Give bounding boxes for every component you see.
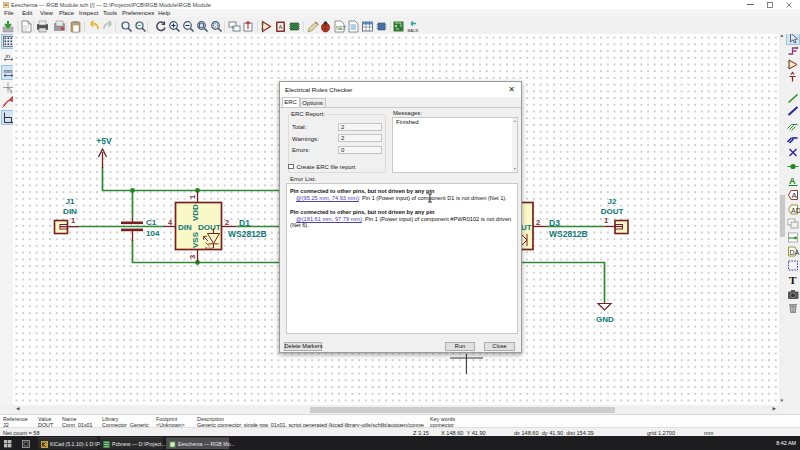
svg-text:J1: J1: [66, 197, 75, 206]
svg-text:DOUT: DOUT: [601, 207, 624, 216]
svg-text:+5V: +5V: [96, 136, 112, 146]
svg-text:VDD: VDD: [191, 204, 200, 221]
svg-text:DOUT: DOUT: [198, 223, 221, 232]
svg-text:WS2812B: WS2812B: [228, 229, 267, 239]
svg-text:A: A: [789, 176, 796, 186]
svg-text:1: 1: [604, 216, 608, 225]
svg-text:GND: GND: [596, 315, 614, 324]
svg-text:VSS: VSS: [191, 231, 200, 248]
svg-text:C1: C1: [146, 218, 157, 227]
svg-text:AD: AD: [791, 207, 800, 214]
svg-text:RGB: RGB: [205, 247, 213, 251]
svg-text:T: T: [789, 274, 797, 286]
svg-text:DIN: DIN: [178, 223, 192, 232]
svg-text:104: 104: [146, 229, 160, 238]
svg-text:DA: DA: [790, 249, 800, 256]
svg-text:2: 2: [225, 218, 229, 227]
svg-text:3: 3: [188, 255, 197, 259]
svg-text:D1: D1: [239, 218, 250, 228]
svg-text:1: 1: [71, 216, 75, 225]
svg-text:2: 2: [536, 218, 540, 227]
svg-text:1: 1: [188, 195, 197, 199]
svg-text:J2: J2: [608, 197, 617, 206]
svg-text:DIN: DIN: [63, 207, 77, 216]
svg-text:WS2812B: WS2812B: [549, 229, 588, 239]
svg-text:D3: D3: [549, 218, 560, 228]
svg-text:A: A: [792, 191, 798, 200]
